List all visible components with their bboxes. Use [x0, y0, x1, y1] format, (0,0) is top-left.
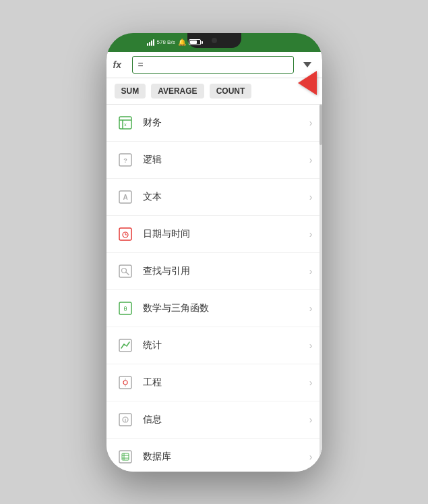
content-area: ¥ 财务 › ? 逻辑 › — [106, 105, 322, 472]
phone-frame: 578 B/s 🔔 10:31 fx SUM AVERAGE COUNT — [106, 33, 322, 472]
scrollbar[interactable] — [319, 105, 322, 472]
fx-label: fx — [113, 59, 127, 70]
average-button[interactable]: AVERAGE — [151, 84, 204, 99]
svg-rect-18 — [119, 376, 131, 389]
svg-rect-26 — [119, 451, 131, 463]
finance-label: 财务 — [143, 117, 301, 129]
quick-functions-bar: SUM AVERAGE COUNT — [106, 78, 322, 105]
datetime-chevron-icon: › — [309, 229, 313, 240]
lookup-chevron-icon: › — [309, 266, 313, 277]
menu-item-info[interactable]: 信息 › — [106, 401, 322, 439]
signal-bar-4 — [153, 39, 154, 46]
logic-icon: ? — [116, 150, 135, 169]
text-icon: A — [116, 188, 135, 206]
menu-item-database[interactable]: 数据库 › — [106, 439, 322, 472]
database-icon — [116, 447, 135, 466]
svg-text:A: A — [123, 194, 127, 201]
datetime-label: 日期与时间 — [143, 228, 301, 240]
svg-line-14 — [126, 272, 129, 275]
svg-point-25 — [125, 417, 125, 418]
statistics-chevron-icon: › — [309, 340, 313, 351]
count-button[interactable]: COUNT — [210, 84, 252, 99]
red-arrow-pointer — [298, 71, 317, 95]
finance-chevron-icon: › — [309, 117, 313, 128]
signal-bar-1 — [147, 43, 148, 46]
math-label: 数学与三角函数 — [143, 302, 301, 314]
camera-dot — [212, 38, 217, 43]
text-chevron-icon: › — [309, 192, 313, 202]
svg-text:?: ? — [123, 157, 127, 164]
statistics-label: 统计 — [143, 339, 301, 352]
formula-input[interactable] — [132, 56, 294, 74]
battery-icon — [189, 39, 201, 45]
svg-text:¥: ¥ — [124, 123, 127, 127]
logic-label: 逻辑 — [143, 154, 301, 166]
category-menu: ¥ 财务 › ? 逻辑 › — [106, 105, 322, 472]
math-icon: θ — [116, 299, 135, 318]
database-chevron-icon: › — [309, 451, 313, 462]
statistics-icon — [116, 336, 135, 355]
menu-item-engineering[interactable]: 工程 › — [106, 364, 322, 401]
engineering-label: 工程 — [143, 376, 301, 389]
menu-item-text[interactable]: A 文本 › — [106, 179, 322, 216]
signal-bar-2 — [149, 42, 150, 46]
info-icon — [116, 410, 135, 429]
status-bar: 578 B/s 🔔 10:31 — [106, 33, 322, 52]
svg-text:θ: θ — [123, 306, 127, 312]
menu-item-lookup[interactable]: 查找与引用 › — [106, 253, 322, 290]
sum-button[interactable]: SUM — [115, 84, 146, 99]
scrollbar-thumb[interactable] — [319, 105, 322, 145]
menu-item-logic[interactable]: ? 逻辑 › — [106, 142, 322, 179]
info-chevron-icon: › — [309, 414, 313, 425]
chevron-down-icon — [303, 62, 311, 67]
pointer-icon — [298, 71, 317, 95]
signal-icon — [147, 39, 154, 46]
menu-item-math[interactable]: θ 数学与三角函数 › — [106, 290, 322, 327]
lookup-icon — [116, 262, 135, 281]
database-label: 数据库 — [143, 451, 301, 463]
svg-rect-12 — [119, 265, 131, 277]
engineering-icon — [116, 373, 135, 392]
datetime-icon — [116, 225, 135, 244]
alarm-icon: 🔔 — [178, 38, 186, 46]
svg-rect-27 — [122, 453, 129, 460]
finance-icon: ¥ — [116, 113, 135, 132]
engineering-chevron-icon: › — [309, 377, 313, 388]
logic-chevron-icon: › — [309, 155, 313, 165]
menu-item-datetime[interactable]: 日期与时间 › — [106, 216, 322, 253]
formula-bar: fx — [106, 52, 322, 78]
network-speed: 578 B/s — [157, 40, 175, 45]
battery-fill — [190, 40, 197, 44]
lookup-label: 查找与引用 — [143, 265, 301, 277]
svg-point-19 — [123, 381, 127, 385]
info-label: 信息 — [143, 414, 301, 426]
math-chevron-icon: › — [309, 303, 313, 314]
menu-item-statistics[interactable]: 统计 › — [106, 327, 322, 364]
menu-item-finance[interactable]: ¥ 财务 › — [106, 105, 322, 142]
signal-bar-3 — [151, 40, 152, 46]
text-label: 文本 — [143, 191, 301, 203]
